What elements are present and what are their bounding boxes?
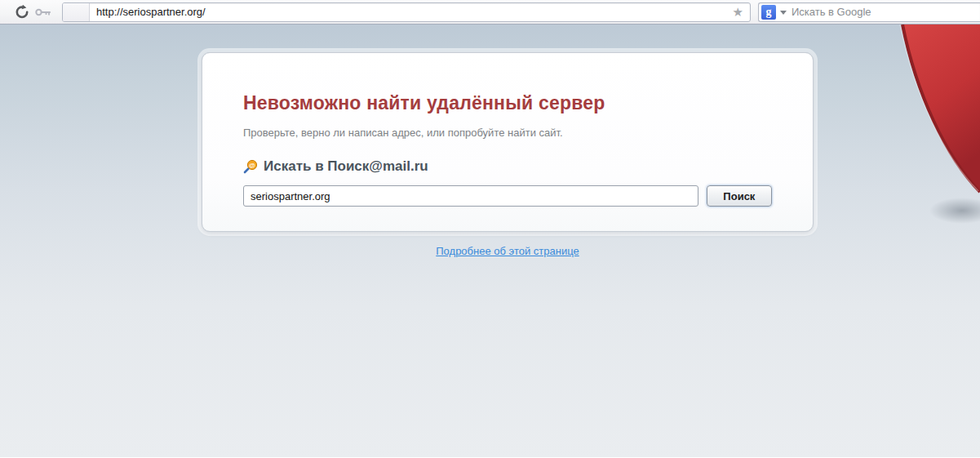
- error-title: Невозможно найти удалённый сервер: [243, 92, 772, 114]
- search-submit-button[interactable]: Поиск: [707, 185, 772, 207]
- more-info-row: Подробнее об этой странице: [202, 243, 814, 258]
- search-engine-dropdown-icon[interactable]: [780, 11, 787, 15]
- key-icon: [35, 7, 51, 18]
- site-identity-box[interactable]: [63, 3, 90, 21]
- url-bar[interactable]: ★: [62, 2, 751, 22]
- browser-toolbar: ★ g: [0, 0, 980, 24]
- error-card: Невозможно найти удалённый сервер Провер…: [202, 52, 814, 232]
- url-input[interactable]: [90, 3, 729, 21]
- site-search-input[interactable]: [243, 185, 698, 207]
- error-subtitle: Проверьте, верно ли написан адрес, или п…: [243, 127, 772, 139]
- search-bar[interactable]: g: [758, 2, 980, 22]
- bookmark-star-icon[interactable]: ★: [729, 6, 750, 18]
- error-page: Невозможно найти удалённый сервер Провер…: [0, 24, 980, 457]
- search-heading-row: @ Искать в Поиск@mail.ru: [243, 158, 772, 175]
- key-button[interactable]: [33, 2, 54, 22]
- google-logo-icon[interactable]: g: [761, 5, 776, 20]
- site-search-form: Поиск: [243, 185, 772, 207]
- search-heading-label: Искать в Поиск@mail.ru: [264, 158, 428, 175]
- more-info-link[interactable]: Подробнее об этой странице: [436, 245, 579, 257]
- reload-button[interactable]: [11, 2, 33, 22]
- reload-icon: [15, 5, 29, 20]
- mailru-magnifier-icon: @: [243, 159, 258, 174]
- web-search-input[interactable]: [792, 6, 980, 18]
- red-corner-decoration: [898, 24, 980, 237]
- svg-text:@: @: [249, 162, 255, 169]
